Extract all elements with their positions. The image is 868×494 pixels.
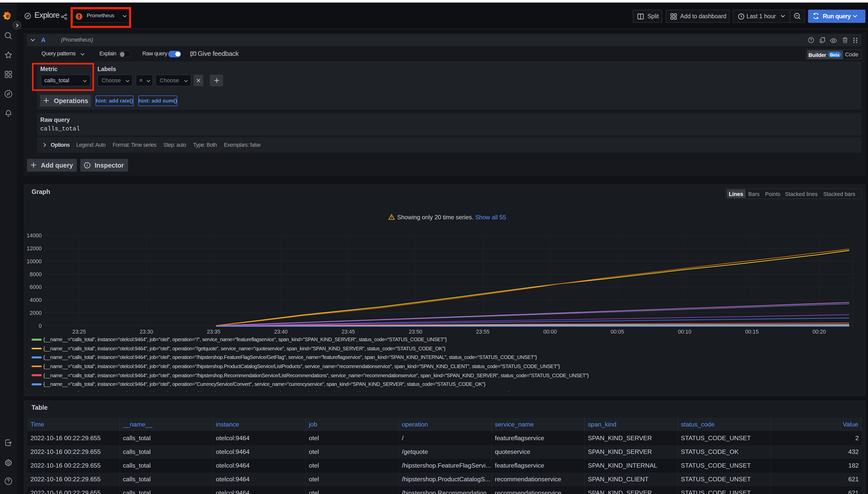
svg-text:00:05: 00:05	[611, 329, 624, 335]
svg-text:14000: 14000	[27, 232, 42, 239]
svg-text:12000: 12000	[27, 246, 42, 251]
svg-text:23:45: 23:45	[342, 329, 355, 335]
svg-text:2000: 2000	[30, 310, 42, 316]
svg-text:23:55: 23:55	[476, 329, 489, 335]
svg-text:23:25: 23:25	[72, 329, 86, 335]
svg-text:00:00: 00:00	[543, 329, 557, 335]
svg-text:8000: 8000	[30, 271, 42, 277]
svg-text:23:40: 23:40	[274, 329, 288, 335]
svg-text:23:50: 23:50	[409, 329, 422, 335]
svg-text:23:30: 23:30	[140, 329, 153, 335]
svg-text:23:35: 23:35	[207, 329, 220, 335]
svg-text:4000: 4000	[30, 297, 42, 303]
svg-text:00:15: 00:15	[745, 329, 759, 335]
svg-text:00:20: 00:20	[812, 329, 826, 335]
svg-text:0: 0	[39, 323, 42, 329]
svg-text:00:10: 00:10	[678, 329, 691, 335]
svg-text:10000: 10000	[27, 259, 42, 264]
svg-text:6000: 6000	[30, 284, 42, 290]
